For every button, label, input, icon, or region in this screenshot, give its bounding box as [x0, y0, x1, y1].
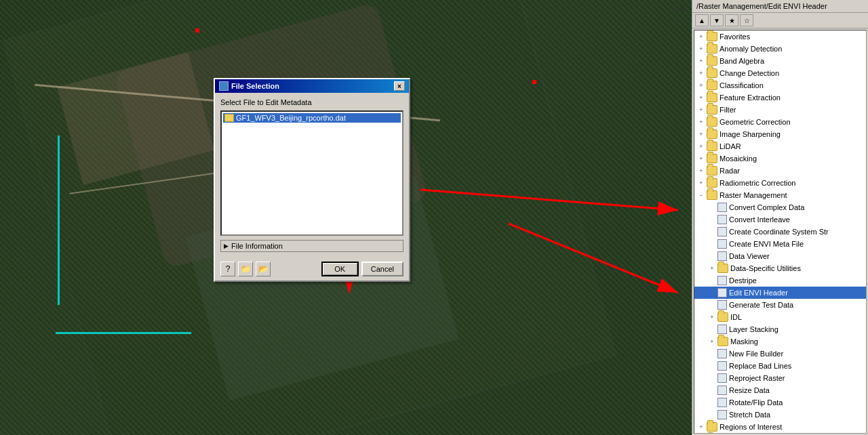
- tree-item[interactable]: +Regions of Interest: [694, 421, 866, 433]
- file-list-item[interactable]: GF1_WFV3_Beijing_rpcortho.dat: [223, 113, 401, 123]
- file-info-header[interactable]: ▶ File Information: [221, 241, 403, 251]
- tree-item[interactable]: Resize Data: [694, 384, 866, 396]
- tree-item[interactable]: +Change Detection: [694, 67, 866, 79]
- tree-item-label: Create Coordinate System Str: [729, 228, 829, 236]
- folder-icon: [707, 154, 717, 163]
- tree-item-label: Feature Extraction: [719, 94, 781, 102]
- folder-icon: [707, 422, 717, 432]
- folder-icon: [707, 129, 717, 139]
- file-folder-icon: [224, 114, 234, 122]
- tree-item[interactable]: +Data-Specific Utilities: [694, 262, 866, 274]
- tree-expander-icon: [707, 299, 717, 310]
- tree-item-label: Mosaicking: [719, 154, 757, 163]
- folder-icon: [707, 190, 717, 200]
- tree-expander-icon: [707, 287, 717, 298]
- tree-expander-icon: [707, 360, 717, 371]
- tree-item-label: Anomaly Detection: [719, 45, 782, 53]
- tree-item-label: LiDAR: [719, 142, 741, 150]
- tree-item[interactable]: Data Viewer: [694, 250, 866, 262]
- tree-expander-icon: [707, 373, 717, 384]
- tree-item[interactable]: +Image Sharpening: [694, 128, 866, 140]
- tree-item[interactable]: +Geometric Correction: [694, 116, 866, 128]
- open-button[interactable]: 📂: [256, 262, 271, 276]
- expand-arrow-icon: ▶: [224, 243, 229, 249]
- tree-item[interactable]: Replace Bad Lines: [694, 360, 866, 372]
- tree-item[interactable]: Generate Test Data: [694, 299, 866, 311]
- tree-item[interactable]: +Filter: [694, 104, 866, 116]
- tree-expander-icon: [707, 202, 717, 213]
- file-selection-dialog: File Selection × Select File to Edit Met…: [214, 78, 410, 282]
- tree-item[interactable]: +Spatiotemporal Analysis: [694, 433, 866, 434]
- tree-item[interactable]: +Anomaly Detection: [694, 43, 866, 55]
- tree-item[interactable]: Layer Stacking: [694, 323, 866, 335]
- folder-icon: [707, 32, 717, 41]
- tree-item[interactable]: Edit ENVI Header: [694, 287, 866, 299]
- close-button[interactable]: ×: [394, 81, 405, 91]
- file-info-label: File Information: [231, 242, 283, 250]
- tree-expander-icon: +: [696, 421, 707, 432]
- tree-item[interactable]: Stretch Data: [694, 409, 866, 421]
- toolbar-up-btn[interactable]: ▲: [695, 14, 709, 26]
- tree-item[interactable]: +Radiometric Correction: [694, 177, 866, 189]
- tree-item[interactable]: +LiDAR: [694, 140, 866, 152]
- tree-expander-icon: +: [696, 43, 707, 54]
- folder-icon: [707, 93, 717, 102]
- file-list[interactable]: GF1_WFV3_Beijing_rpcortho.dat: [220, 110, 403, 236]
- tree-item-label: Classification: [719, 81, 764, 89]
- tree-item-label: Raster Management: [719, 191, 787, 199]
- tree-item[interactable]: Create ENVI Meta File: [694, 238, 866, 250]
- tree-item-label: Destripe: [729, 276, 757, 285]
- tree-item[interactable]: New File Builder: [694, 348, 866, 360]
- tree-item[interactable]: Convert Interleave: [694, 213, 866, 226]
- tree-expander-icon: +: [707, 263, 717, 274]
- tree-expander-icon: +: [707, 312, 717, 323]
- tree-item[interactable]: Rotate/Flip Data: [694, 396, 866, 409]
- tree-item[interactable]: +Band Algebra: [694, 55, 866, 67]
- tree-expander-icon: +: [696, 80, 707, 91]
- tree-expander-icon: [707, 409, 717, 420]
- folder-icon: [717, 264, 728, 273]
- tree-expander-icon: −: [696, 190, 707, 201]
- file-icon: [717, 251, 727, 261]
- dialog-icon: [219, 81, 229, 91]
- tree-expander-icon: [707, 226, 717, 237]
- tree-item[interactable]: +IDL: [694, 311, 866, 323]
- folder-icon: [707, 178, 717, 188]
- tree-expander-icon: [707, 251, 717, 262]
- tree-item-label: Regions of Interest: [719, 423, 782, 431]
- tree-view[interactable]: +Favorites+Anomaly Detection+Band Algebr…: [694, 30, 867, 434]
- tree-item-label: Reproject Raster: [729, 374, 785, 382]
- file-icon: [717, 288, 727, 297]
- tree-item[interactable]: Convert Complex Data: [694, 201, 866, 213]
- file-icon: [717, 325, 727, 334]
- tree-item[interactable]: Create Coordinate System Str: [694, 226, 866, 238]
- help-button[interactable]: ?: [220, 262, 235, 276]
- toolbar-down-btn[interactable]: ▼: [710, 14, 724, 26]
- tree-expander-icon: +: [696, 104, 707, 115]
- north-arrow: N ↑: [679, 5, 685, 28]
- tree-item[interactable]: −Raster Management: [694, 189, 866, 201]
- tree-expander-icon: +: [696, 31, 707, 42]
- folder-button[interactable]: 📁: [238, 262, 253, 276]
- tree-item[interactable]: +Mosaicking: [694, 152, 866, 165]
- toolbar-star2-btn[interactable]: ☆: [740, 14, 753, 26]
- tree-item[interactable]: +Radar: [694, 165, 866, 177]
- tree-item[interactable]: +Favorites: [694, 30, 866, 43]
- tree-item[interactable]: +Masking: [694, 335, 866, 348]
- tree-item[interactable]: +Classification: [694, 79, 866, 91]
- tree-item-label: Data-Specific Utilities: [730, 264, 801, 272]
- tree-item-label: Convert Interleave: [729, 215, 790, 224]
- tree-expander-icon: +: [696, 92, 707, 103]
- tree-item[interactable]: Destripe: [694, 274, 866, 287]
- file-info-section[interactable]: ▶ File Information: [220, 240, 403, 252]
- selected-file-name: GF1_WFV3_Beijing_rpcortho.dat: [236, 114, 346, 122]
- file-icon: [717, 276, 727, 285]
- tree-item[interactable]: Reproject Raster: [694, 372, 866, 384]
- file-icon: [717, 203, 727, 212]
- folder-icon: [707, 105, 717, 115]
- tree-item[interactable]: +Feature Extraction: [694, 91, 866, 104]
- toolbar-star-btn[interactable]: ★: [725, 14, 738, 26]
- ok-button[interactable]: OK: [321, 262, 359, 276]
- tree-expander-icon: [707, 214, 717, 225]
- cancel-button[interactable]: Cancel: [361, 262, 403, 276]
